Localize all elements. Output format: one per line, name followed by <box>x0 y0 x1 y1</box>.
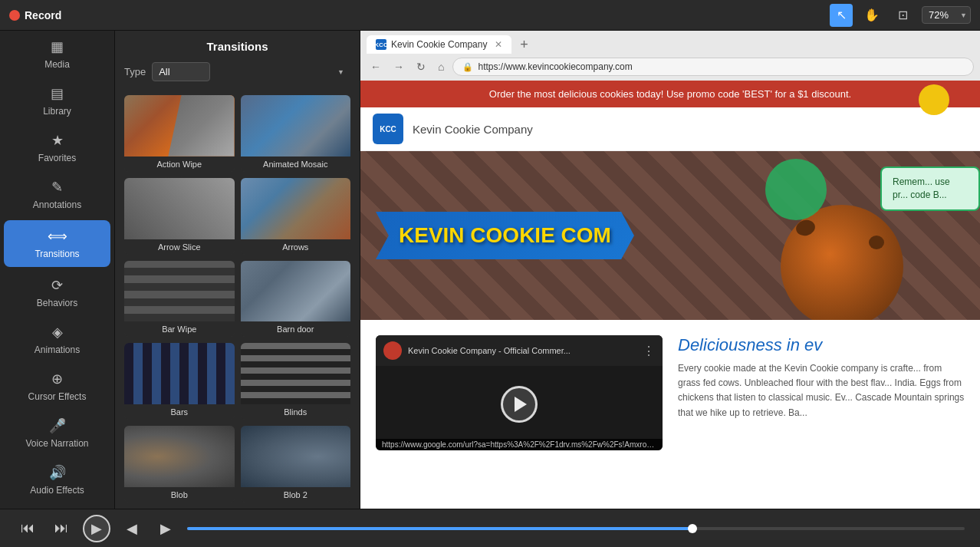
sidebar-item-library[interactable]: ▤ Library <box>0 77 114 124</box>
content-area: KCC Kevin Cookie Company ✕ + ← → ↻ ⌂ 🔒 h… <box>360 31 980 509</box>
record-button[interactable]: Record <box>9 9 61 21</box>
bar-wipe-label: Bar Wipe <box>124 321 235 337</box>
cookie-image <box>781 205 903 320</box>
home-button[interactable]: ⌂ <box>434 59 448 74</box>
transitions-icon: ⟺ <box>48 228 67 245</box>
transition-item-arrow-slice[interactable]: Arrow Slice <box>124 178 235 255</box>
sidebar-item-annotations-label: Annotations <box>33 199 81 210</box>
sidebar-item-cursor-effects[interactable]: ⊕ Cursor Effects <box>0 363 114 410</box>
transition-item-bar-wipe[interactable]: Bar Wipe <box>124 261 235 338</box>
transition-item-blinds[interactable]: Blinds <box>241 343 351 420</box>
bars-thumbnail <box>124 343 235 404</box>
arrow-slice-label: Arrow Slice <box>124 239 235 255</box>
hand-tool-button[interactable]: ✋ <box>860 4 883 27</box>
browser-tabs: KCC Kevin Cookie Company ✕ + <box>367 35 974 54</box>
panel-title: Transitions <box>115 31 360 62</box>
progress-bar[interactable] <box>187 527 965 530</box>
website-nav: KCC Kevin Cookie Company <box>360 107 980 151</box>
sidebar-item-transitions-label: Transitions <box>35 249 79 259</box>
action-wipe-label: Action Wipe <box>124 157 235 172</box>
forward-button[interactable]: → <box>390 59 408 74</box>
tooltip-text: Remem... use pr... code B... <box>893 176 950 200</box>
blob2-thumbnail <box>241 426 351 487</box>
step-back-button[interactable]: ⏭ <box>49 516 74 541</box>
sidebar-item-audio-effects-label: Audio Effects <box>30 485 84 496</box>
sidebar-item-animations[interactable]: ◈ Animations <box>0 316 114 363</box>
sidebar-item-transitions[interactable]: ⟺ Transitions <box>4 220 110 267</box>
sidebar-item-favorites-label: Favorites <box>38 153 76 163</box>
sidebar-item-behaviors-label: Behaviors <box>37 298 77 308</box>
refresh-button[interactable]: ↻ <box>413 59 429 74</box>
promo-banner: Order the most delicious cookies today! … <box>360 81 980 107</box>
new-tab-button[interactable]: + <box>515 35 533 54</box>
play-pause-button[interactable]: ▶ <box>83 515 110 542</box>
video-section: Kevin Cookie Company - Official Commer..… <box>376 335 663 450</box>
tooltip-box: Remem... use pr... code B... <box>880 166 980 211</box>
description-text: Every cookie made at the Kevin Cookie co… <box>678 361 965 420</box>
top-bar: Record ↖ ✋ ⊡ 50% 72% 100% 150% <box>0 0 980 31</box>
transition-item-arrows[interactable]: Arrows <box>241 178 351 255</box>
tab-favicon: KCC <box>376 39 386 50</box>
back-button[interactable]: ← <box>367 59 385 74</box>
browser-tab-active[interactable]: KCC Kevin Cookie Company ✕ <box>367 35 511 54</box>
sidebar-item-audio-effects[interactable]: 🔊 Audio Effects <box>0 456 114 503</box>
transition-item-action-wipe[interactable]: Action Wipe <box>124 95 235 172</box>
zoom-select[interactable]: 50% 72% 100% 150% <box>922 6 971 24</box>
skip-back-button[interactable]: ⏮ <box>15 516 40 541</box>
video-header: Kevin Cookie Company - Official Commer..… <box>376 335 663 366</box>
bars-label: Bars <box>124 404 235 420</box>
address-bar[interactable]: 🔒 https://www.kevincookiecompany.com <box>452 58 974 76</box>
transition-item-bars[interactable]: Bars <box>124 343 235 420</box>
transition-item-blob[interactable]: Blob <box>124 426 235 503</box>
sidebar-item-visual-effects[interactable]: ✦ Visual Effects <box>0 503 114 509</box>
kcc-logo: KCC <box>373 114 403 144</box>
type-select[interactable]: All Basic Advanced <box>152 62 210 81</box>
select-tool-button[interactable]: ↖ <box>830 4 853 27</box>
hero-text: KEVIN COOKIE COM <box>399 223 611 248</box>
lock-icon: 🔒 <box>462 62 473 72</box>
type-label: Type <box>124 66 146 77</box>
sidebar-item-behaviors[interactable]: ⟳ Behaviors <box>0 269 114 316</box>
progress-knob[interactable] <box>688 524 697 533</box>
arrows-label: Arrows <box>241 239 351 255</box>
sidebar-item-media[interactable]: ▦ Media <box>0 31 114 77</box>
video-menu-icon[interactable]: ⋮ <box>643 344 655 358</box>
transition-item-barn-door[interactable]: Barn door <box>241 261 351 338</box>
video-thumbnail[interactable]: Kevin Cookie Company - Official Commer..… <box>376 335 663 450</box>
barn-door-thumbnail <box>241 261 351 322</box>
website-bottom: Kevin Cookie Company - Official Commer..… <box>360 320 980 466</box>
browser-chrome: KCC Kevin Cookie Company ✕ + ← → ↻ ⌂ 🔒 h… <box>360 31 980 81</box>
sidebar-item-cursor-effects-label: Cursor Effects <box>28 391 87 402</box>
video-avatar <box>383 341 402 360</box>
promo-text: Order the most delicious cookies today! … <box>489 88 851 100</box>
website-hero: KEVIN COOKIE COM Remem... use pr... code… <box>360 151 980 320</box>
record-dot-icon <box>9 10 20 21</box>
tab-title: Kevin Cookie Company <box>391 39 487 50</box>
media-icon: ▦ <box>51 38 64 55</box>
sidebar-item-annotations[interactable]: ✎ Annotations <box>0 171 114 218</box>
transition-item-animated-mosaic[interactable]: Animated Mosaic <box>241 95 351 172</box>
transitions-panel: Transitions Type All Basic Advanced Acti… <box>115 31 360 509</box>
sidebar-item-animations-label: Animations <box>35 344 80 355</box>
voice-narration-icon: 🎤 <box>49 417 66 434</box>
crop-tool-button[interactable]: ⊡ <box>891 4 914 27</box>
play-triangle-icon <box>515 397 527 412</box>
tab-close-button[interactable]: ✕ <box>495 39 502 50</box>
animated-mosaic-label: Animated Mosaic <box>241 157 351 172</box>
sidebar-item-voice-narration[interactable]: 🎤 Voice Narration <box>0 410 114 456</box>
blob2-label: Blob 2 <box>241 487 351 503</box>
favorites-icon: ★ <box>51 132 64 149</box>
sidebar-item-favorites[interactable]: ★ Favorites <box>0 124 114 171</box>
audio-effects-icon: 🔊 <box>49 464 66 481</box>
record-label: Record <box>25 9 61 21</box>
next-frame-button[interactable]: ▶ <box>153 516 178 541</box>
prev-frame-button[interactable]: ◀ <box>120 516 144 541</box>
play-button[interactable] <box>501 386 538 423</box>
type-row: Type All Basic Advanced <box>115 62 360 89</box>
text-section: Deliciousness in ev Every cookie made at… <box>678 335 965 450</box>
transition-item-blob2[interactable]: Blob 2 <box>241 426 351 503</box>
sidebar-item-voice-narration-label: Voice Narration <box>25 438 88 449</box>
arrows-thumbnail <box>241 178 351 239</box>
sidebar-item-media-label: Media <box>44 59 70 70</box>
green-circle-decoration <box>765 159 827 220</box>
